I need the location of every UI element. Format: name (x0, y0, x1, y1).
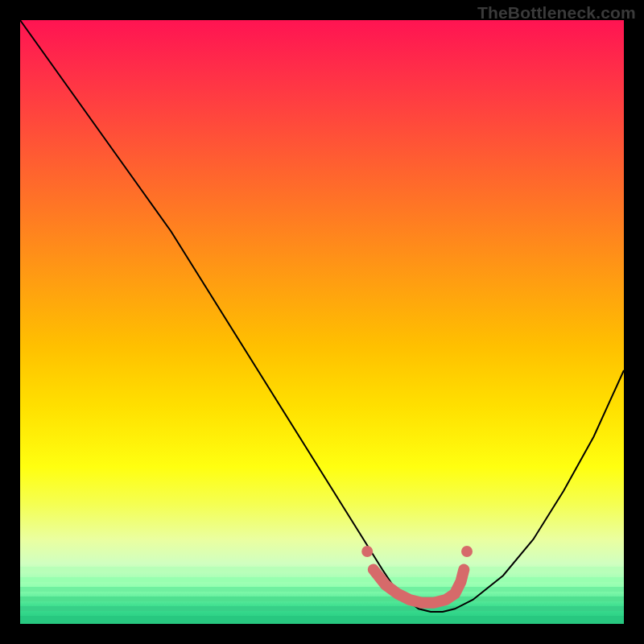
main-curve (20, 20, 624, 612)
optimum-stroke (374, 570, 464, 603)
curve-layer (20, 20, 624, 624)
optimum-markers (361, 546, 473, 603)
plot-area (20, 20, 624, 624)
optimum-dot (461, 546, 473, 557)
chart-frame: TheBottleneck.com (0, 0, 644, 644)
optimum-dot (361, 546, 373, 557)
